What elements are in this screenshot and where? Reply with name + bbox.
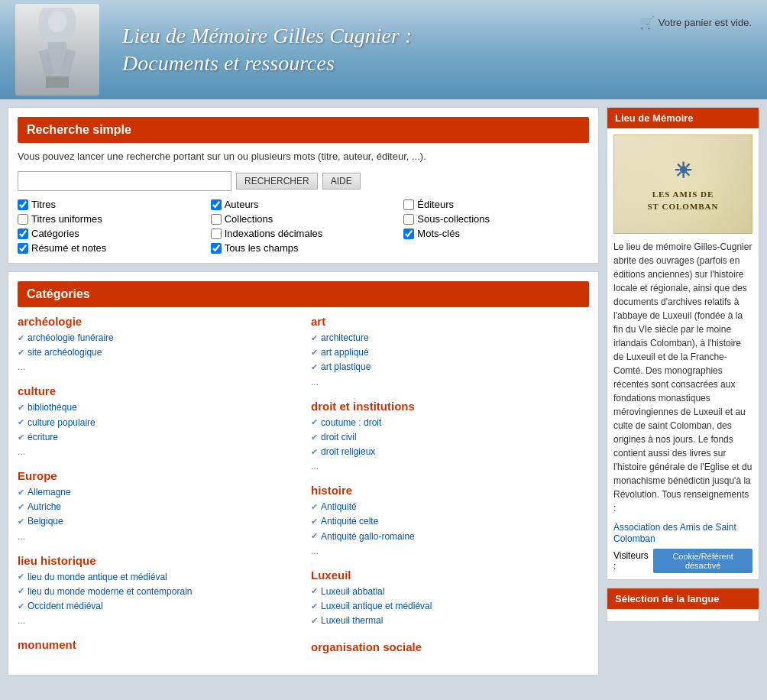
search-title: Recherche simple [27,123,131,136]
filter-tous-champs[interactable]: Tous les champs [211,242,396,254]
link-luxeuil-antique[interactable]: ✔Luxeuil antique et médiéval [311,599,589,614]
category-europe-title: Europe [18,469,296,482]
category-monument: monument [18,638,296,651]
header-statue-image [15,4,99,96]
cart-area: 🛒 Votre panier est vide. [639,15,752,30]
category-organisation-title: organisation sociale [311,640,589,653]
link-droit-civil[interactable]: ✔droit civil [311,430,589,445]
language-widget: Sélection de la langue [607,588,759,622]
checkmark-icon: ✔ [18,332,24,345]
filter-auteurs[interactable]: Auteurs [211,199,396,210]
link-belgique[interactable]: ✔Belgique [18,514,296,529]
link-architecture[interactable]: ✔architecture [311,331,589,345]
link-site-archeologique[interactable]: ✔site archéologique [18,345,296,360]
checkmark-icon: ✔ [311,416,318,429]
link-occident-medieval[interactable]: ✔Occident médiéval [18,599,296,614]
categories-section: Catégories archéologie ✔archéologie funé… [8,271,599,676]
more-dots: ... [18,531,296,542]
main-layout: Recherche simple Vous pouvez lancer une … [0,99,767,683]
link-ecriture[interactable]: ✔écriture [18,430,296,445]
checkmark-icon: ✔ [18,486,24,500]
link-bibliotheque[interactable]: ✔bibliothèque [18,400,296,415]
category-histoire-title: histoire [311,484,589,497]
svg-point-4 [48,11,66,32]
search-section-header: Recherche simple [18,117,589,143]
cart-text: Votre panier est vide. [659,17,752,28]
more-dots: ... [311,461,589,472]
filter-mots-cles[interactable]: Mots-clés [403,228,589,239]
checkmark-icon: ✔ [18,431,24,445]
help-button[interactable]: AIDE [322,173,361,190]
link-culture-populaire[interactable]: ✔culture populaire [18,416,296,430]
logo-text: ☀ LES AMIS DE ST COLOMBAN [647,156,718,212]
checkmark-icon: ✔ [18,515,24,529]
filter-collections[interactable]: Collections [211,213,396,225]
link-monde-moderne[interactable]: ✔lieu du monde moderne et contemporain [18,585,296,599]
checkmark-icon: ✔ [311,332,318,345]
category-organisation: organisation sociale [311,640,589,653]
link-antiquite-celte[interactable]: ✔Antiquité celte [311,514,589,529]
category-art: art ✔architecture ✔art appliqué ✔art pla… [311,315,589,387]
cookie-button[interactable]: Cookie/Référent désactivé [653,549,752,573]
checkmark-icon: ✔ [311,515,318,529]
more-dots: ... [311,546,589,556]
checkmark-icon: ✔ [311,600,318,614]
filter-titres-uniformes[interactable]: Titres uniformes [18,213,203,225]
page-header: Lieu de Mémoire Gilles Cugnier : Documen… [0,0,767,99]
filter-editeurs[interactable]: Éditeurs [403,199,589,210]
language-widget-header: Sélection de la langue [607,588,759,609]
category-droit: droit et institutions ✔coutume : droit ✔… [311,400,589,472]
link-antiquite-gallo[interactable]: ✔Antiquité gallo-romaine [311,530,589,544]
site-title: Lieu de Mémoire Gilles Cugnier : Documen… [122,22,752,78]
more-dots: ... [18,615,296,626]
link-autriche[interactable]: ✔Autriche [18,500,296,514]
category-histoire: histoire ✔Antiquité ✔Antiquité celte ✔An… [311,484,589,556]
filter-categories[interactable]: Catégories [18,228,203,239]
filter-titres[interactable]: Titres [18,199,203,210]
right-column: Lieu de Mémoire ☀ LES AMIS DE ST COLOMBA… [607,107,759,676]
search-button[interactable]: RECHERCHER [236,173,318,190]
search-section: Recherche simple Vous pouvez lancer une … [8,107,599,264]
checkmark-icon: ✔ [311,446,318,459]
checkmark-icon: ✔ [311,585,318,598]
link-archeologie-funeraire[interactable]: ✔archéologie funéraire [18,331,296,345]
category-monument-title: monument [18,638,296,651]
link-art-applique[interactable]: ✔art appliqué [311,345,589,360]
link-allemagne[interactable]: ✔Allemagne [18,485,296,500]
search-input[interactable] [18,171,231,191]
search-row: RECHERCHER AIDE [18,171,589,191]
filter-resume[interactable]: Résumé et notes [18,242,203,254]
association-link[interactable]: Association des Amis de Saint Colomban [613,522,736,544]
checkmark-icon: ✔ [311,614,318,628]
categories-col-right: art ✔architecture ✔art appliqué ✔art pla… [311,315,589,666]
checkmark-icon: ✔ [18,585,24,598]
search-filters-grid: Titres Auteurs Éditeurs Titres uniformes… [18,199,589,254]
filter-indexations[interactable]: Indexations décimales [211,228,396,239]
categories-section-header: Catégories [18,281,589,307]
colomban-logo: ☀ LES AMIS DE ST COLOMBAN [613,134,752,234]
checkmark-icon: ✔ [311,501,318,514]
category-culture-title: culture [18,384,296,397]
link-luxeuil-thermal[interactable]: ✔Luxeuil thermal [311,614,589,628]
svg-rect-5 [46,76,69,88]
filter-sous-collections[interactable]: Sous-collections [403,213,589,225]
category-droit-title: droit et institutions [311,400,589,413]
lieu-memoire-widget: Lieu de Mémoire ☀ LES AMIS DE ST COLOMBA… [607,107,759,580]
categories-col-left: archéologie ✔archéologie funéraire ✔site… [18,315,296,666]
checkmark-icon: ✔ [18,401,24,415]
category-archeologie: archéologie ✔archéologie funéraire ✔site… [18,315,296,372]
link-droit-religieux[interactable]: ✔droit religieux [311,445,589,459]
link-monde-antique[interactable]: ✔lieu du monde antique et médiéval [18,570,296,585]
link-art-plastique[interactable]: ✔art plastique [311,360,589,374]
category-lieu-historique-title: lieu historique [18,554,296,567]
link-coutume-droit[interactable]: ✔coutume : droit [311,416,589,430]
checkmark-icon: ✔ [18,346,24,360]
visitors-label: Visiteurs : [613,550,649,572]
left-column: Recherche simple Vous pouvez lancer une … [8,107,599,676]
link-luxeuil-abbatial[interactable]: ✔Luxeuil abbatial [311,585,589,599]
checkmark-icon: ✔ [18,416,24,429]
link-antiquite[interactable]: ✔Antiquité [311,500,589,514]
more-dots: ... [18,361,296,372]
category-archeologie-title: archéologie [18,315,296,328]
checkmark-icon: ✔ [311,361,318,374]
